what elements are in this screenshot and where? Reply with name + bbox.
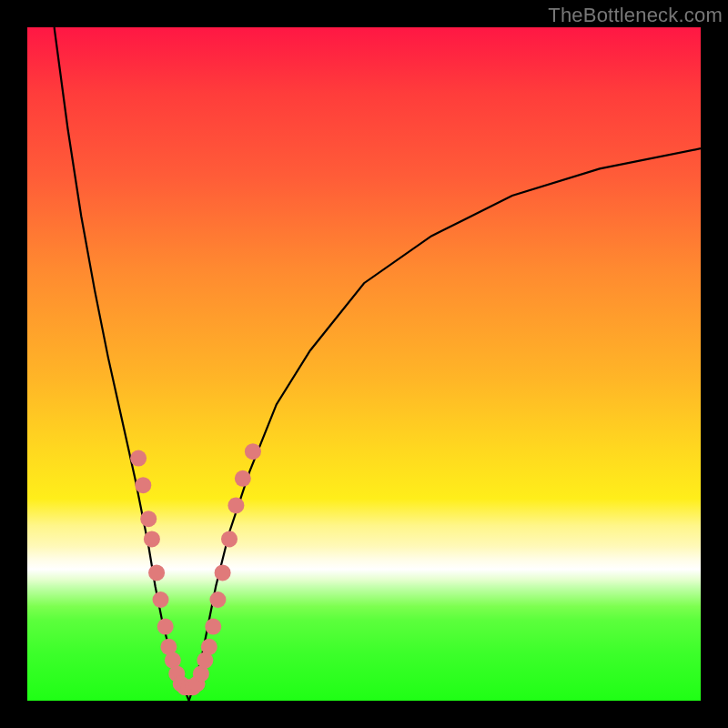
plot-area [27,27,701,701]
scatter-dot [209,592,226,608]
scatter-dots [130,443,261,695]
scatter-dot [157,619,174,635]
scatter-dot [201,639,217,655]
scatter-dot [140,511,157,527]
chart-container: TheBottleneck.com [0,0,728,728]
scatter-dot [144,531,160,547]
scatter-dot [148,564,165,581]
scatter-dot [135,477,151,493]
scatter-dot [221,531,238,547]
watermark-text: TheBottleneck.com [548,4,723,27]
chart-svg [27,27,701,701]
scatter-dot [130,450,147,467]
scatter-dot [235,470,251,487]
scatter-dot [228,497,244,513]
scatter-dot [205,619,221,635]
scatter-dot [215,564,231,581]
scatter-dot [245,443,261,460]
scatter-dot [153,592,169,608]
curve-right [189,148,701,701]
